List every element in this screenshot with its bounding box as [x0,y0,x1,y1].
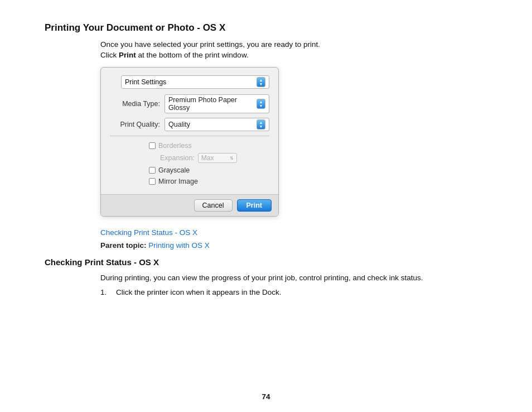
expansion-stepper-icon: ⇅ [230,156,234,161]
borderless-label: Borderless [158,142,192,150]
intro-bold: Print [119,51,136,59]
media-type-stepper[interactable]: ▲ ▼ [257,99,265,109]
borderless-checkbox[interactable] [149,142,156,149]
print-settings-select[interactable]: Print Settings ▲ ▼ [121,75,269,89]
stepper-down-icon: ▼ [259,82,263,86]
mirror-label: Mirror Image [158,178,198,185]
stepper-up-icon: ▲ [259,78,263,82]
cancel-button[interactable]: Cancel [194,199,233,212]
grayscale-row: Grayscale [149,166,269,174]
expansion-label: Expansion: [160,154,195,162]
print-quality-row: Print Quality: Quality ▲ ▼ [110,118,269,131]
mirror-checkbox[interactable] [149,178,156,185]
intro-post: at the bottom of the print window. [136,51,249,59]
print-quality-select[interactable]: Quality ▲ ▼ [165,118,269,131]
separator [110,136,269,136]
intro-text-2: Click Print at the bottom of the print w… [100,51,487,59]
print-settings-label: Print Settings [125,78,254,86]
print-dialog: Print Settings ▲ ▼ Media Type: Premium P… [100,67,279,217]
media-stepper-up-icon: ▲ [259,100,263,104]
parent-topic-label: Parent topic: [100,241,147,250]
print-quality-value: Quality [168,121,254,128]
section2-body: During printing, you can view the progre… [100,272,487,284]
dialog-footer: Cancel Print [101,194,278,216]
parent-topic-row: Parent topic: Printing with OS X [100,241,487,250]
print-settings-stepper[interactable]: ▲ ▼ [257,77,265,87]
expansion-select[interactable]: Max ⇅ [198,153,237,163]
expansion-value: Max [201,154,230,162]
quality-stepper-down-icon: ▼ [259,124,263,128]
checking-status-link[interactable]: Checking Print Status - OS X [100,228,197,237]
print-quality-label: Print Quality: [110,121,160,128]
parent-topic-link[interactable]: Printing with OS X [148,241,210,250]
intro-text-1: Once you have selected your print settin… [100,40,487,49]
quality-stepper[interactable]: ▲ ▼ [257,119,265,130]
section1-title: Printing Your Document or Photo - OS X [45,22,487,33]
media-stepper-down-icon: ▼ [259,104,263,108]
section2-title: Checking Print Status - OS X [45,257,487,267]
page-container: Printing Your Document or Photo - OS X O… [0,0,532,412]
media-type-select[interactable]: Premium Photo Paper Glossy ▲ ▼ [165,94,269,113]
mirror-row: Mirror Image [149,178,269,185]
media-type-row: Media Type: Premium Photo Paper Glossy ▲… [110,94,269,113]
step1-number: 1. [100,288,112,296]
borderless-row: Borderless [149,142,269,150]
step1-text: Click the printer icon when it appears i… [116,288,281,296]
page-number: 74 [262,392,270,401]
print-button[interactable]: Print [237,199,272,212]
quality-stepper-up-icon: ▲ [259,121,263,124]
dialog-wrapper: Print Settings ▲ ▼ Media Type: Premium P… [100,67,487,217]
dialog-inner: Print Settings ▲ ▼ Media Type: Premium P… [101,68,278,194]
link-section: Checking Print Status - OS X [100,228,487,237]
expansion-row: Expansion: Max ⇅ [160,153,269,163]
step1-row: 1. Click the printer icon when it appear… [100,288,487,296]
media-type-label: Media Type: [110,100,160,108]
intro-pre: Click [100,51,119,59]
dialog-header-row: Print Settings ▲ ▼ [110,75,269,89]
grayscale-checkbox[interactable] [149,167,156,174]
media-type-value: Premium Photo Paper Glossy [168,96,254,112]
grayscale-label: Grayscale [158,166,190,174]
